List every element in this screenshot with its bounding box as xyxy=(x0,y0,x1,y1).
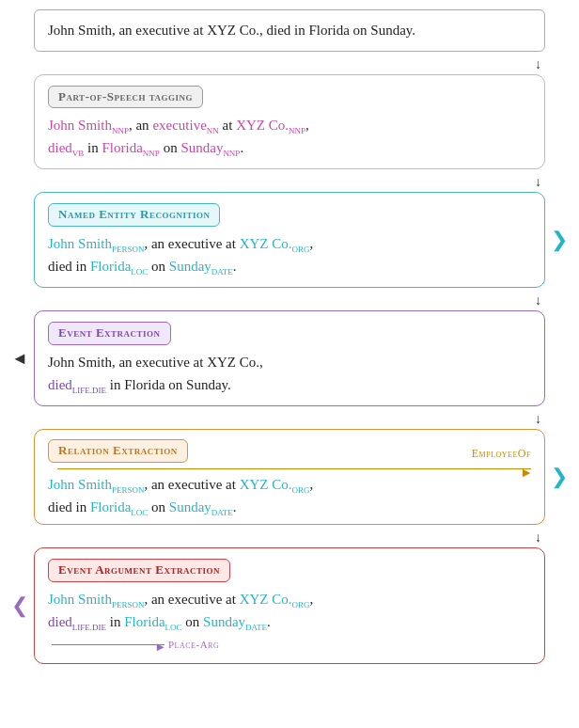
ner-john-smith: John SmithPERSON xyxy=(48,236,144,251)
event-arg-badge: Event Argument Extraction xyxy=(48,559,230,582)
pos-florida: FloridaNNP xyxy=(102,140,160,155)
pos-died: diedVB xyxy=(48,140,84,155)
pos-badge-container: Part-of-Speech tagging xyxy=(48,85,531,115)
relation-box: Relation Extraction EmployeeOf ► John Sm… xyxy=(34,429,545,525)
pos-badge: Part-of-Speech tagging xyxy=(48,86,203,109)
event-box: Event Extraction John Smith, an executiv… xyxy=(34,310,545,406)
ner-badge-container: Named Entity Recognition xyxy=(48,202,531,232)
event-arg-box: Event Argument Extraction John SmithPERS… xyxy=(34,547,545,663)
ner-box: Named Entity Recognition John SmithPERSO… xyxy=(34,192,545,288)
earg-florida: FloridaLOC xyxy=(124,614,181,629)
employee-of-label: EmployeeOf xyxy=(472,445,531,463)
ner-content: John SmithPERSON, an executive at XYZ Co… xyxy=(48,232,531,277)
main-container: John Smith, an executive at XYZ Co., die… xyxy=(11,9,568,664)
pos-content: John SmithNNP, an executiveNN at XYZ Co.… xyxy=(48,114,531,159)
relation-content: John SmithPERSON, an executive at XYZ Co… xyxy=(48,473,531,518)
ner-sunday: SundayDATE xyxy=(169,259,233,274)
place-arg-line: ► xyxy=(52,644,164,645)
relation-line: ► xyxy=(57,468,531,470)
arrow-down-5: ↓ xyxy=(34,530,545,546)
event-arg-left-arrow: ❮ xyxy=(11,593,28,618)
arrow-down-2: ↓ xyxy=(34,175,545,190)
pos-john-smith: John SmithNNP xyxy=(48,118,129,133)
relation-badge: Relation Extraction xyxy=(48,439,188,463)
ner-stage: Named Entity Recognition John SmithPERSO… xyxy=(34,192,545,288)
relation-right-arrow: ❯ xyxy=(551,465,568,489)
relation-top-row: Relation Extraction EmployeeOf xyxy=(48,439,531,468)
ner-florida: FloridaLOC xyxy=(90,259,148,274)
event-badge-container: Event Extraction xyxy=(48,321,531,351)
pos-xyz: XYZ Co.NNP xyxy=(236,118,305,133)
arrow-down-1: ↓ xyxy=(34,57,545,72)
event-arg-stage: ❮ Event Argument Extraction John SmithPE… xyxy=(34,547,545,663)
relation-arrow-row: ► xyxy=(48,468,531,470)
event-stage: ◄ Event Extraction John Smith, an execut… xyxy=(34,310,545,406)
earg-john-smith: John SmithPERSON xyxy=(48,592,144,607)
relation-stage: Relation Extraction EmployeeOf ► John Sm… xyxy=(34,429,545,525)
rel-florida: FloridaLOC xyxy=(90,499,148,514)
place-arg-row: ► Place-Arg xyxy=(48,637,531,654)
rel-sunday: SundayDATE xyxy=(169,499,233,514)
event-arg-badge-container: Event Argument Extraction xyxy=(48,558,531,588)
event-left-arrow: ◄ xyxy=(11,348,28,368)
ner-badge: Named Entity Recognition xyxy=(48,203,220,227)
event-arg-content: John SmithPERSON, an executive at XYZ Co… xyxy=(48,588,531,633)
pos-box: Part-of-Speech tagging John SmithNNP, an… xyxy=(34,74,545,170)
input-text-box: John Smith, an executive at XYZ Co., die… xyxy=(34,9,545,52)
pos-executive: executiveNN xyxy=(152,118,218,133)
rel-xyz: XYZ Co.ORG xyxy=(240,477,310,492)
event-died: diedLIFE.DIE xyxy=(48,377,106,392)
arrow-down-3: ↓ xyxy=(34,293,545,309)
earg-xyz: XYZ Co.ORG xyxy=(240,592,310,607)
ner-xyz: XYZ Co.ORG xyxy=(240,236,310,251)
place-arg-label: Place-Arg xyxy=(168,637,219,654)
pos-stage: Part-of-Speech tagging John SmithNNP, an… xyxy=(34,74,545,170)
earg-died: diedLIFE.DIE xyxy=(48,614,106,629)
ner-right-arrow: ❯ xyxy=(551,228,568,252)
event-content: John Smith, an executive at XYZ Co., die… xyxy=(48,351,531,396)
earg-sunday: SundayDATE xyxy=(203,614,267,629)
pos-sunday: SundayNNP xyxy=(180,140,240,155)
event-badge: Event Extraction xyxy=(48,322,171,345)
rel-john-smith: John SmithPERSON xyxy=(48,477,144,492)
arrow-down-4: ↓ xyxy=(34,412,545,427)
